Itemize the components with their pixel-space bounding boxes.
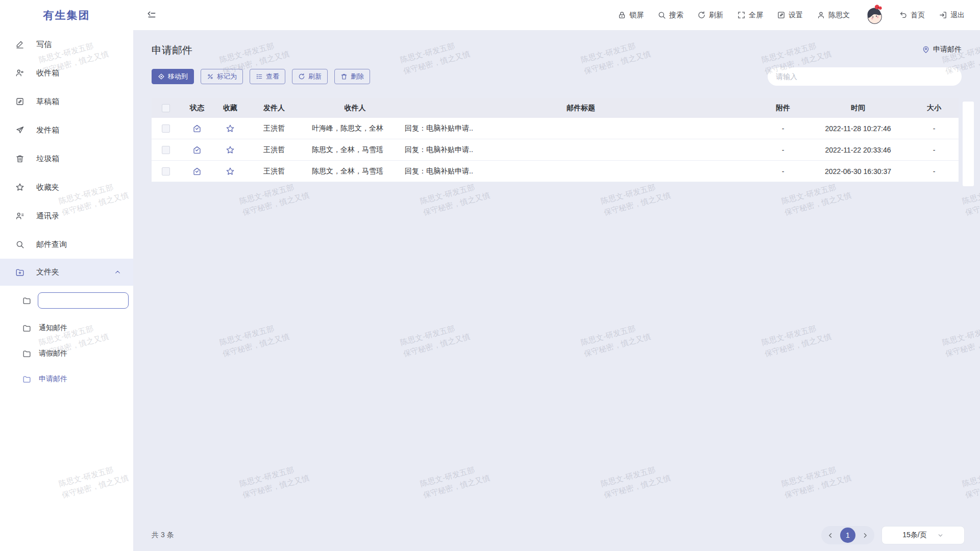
sidebar-item-drafts[interactable]: 草稿箱 — [0, 87, 133, 116]
cell-time: 2022-06-30 16:30:37 — [806, 167, 910, 176]
table-scrollbar-gutter[interactable] — [963, 102, 974, 186]
favorite-star-icon[interactable] — [214, 167, 247, 176]
search-icon — [15, 240, 24, 249]
column-sender: 发件人 — [247, 104, 308, 113]
breadcrumb: 申请邮件 — [922, 45, 962, 54]
refresh-list-button[interactable]: 刷新 — [292, 69, 328, 84]
pencil-icon — [15, 40, 24, 49]
folder-item-leave[interactable]: 请假邮件 — [0, 341, 133, 366]
sidebar-item-compose[interactable]: 写信 — [0, 30, 133, 59]
table-search-input[interactable] — [768, 67, 962, 86]
logout-button[interactable]: 退出 — [939, 11, 965, 20]
table-row[interactable]: 王洪哲 叶海峰，陈思文，全林 回复：电脑补贴申请.. - 2022-11-28 … — [152, 118, 959, 139]
sidebar-item-trash[interactable]: 垃圾箱 — [0, 144, 133, 173]
row-checkbox[interactable] — [162, 146, 170, 154]
exit-icon — [939, 11, 947, 19]
cell-attachment: - — [760, 167, 806, 176]
pagination: 1 — [821, 526, 874, 544]
sidebar-item-contacts[interactable]: 通讯录 — [0, 202, 133, 230]
cell-attachment: - — [760, 146, 806, 154]
list-icon — [256, 73, 263, 80]
home-button[interactable]: 首页 — [899, 11, 925, 20]
sidebar-item-sent[interactable]: 发件箱 — [0, 116, 133, 144]
lock-icon — [618, 11, 626, 19]
sidebar: 写信 收件箱 草稿箱 发件箱 垃圾箱 收藏夹 通讯录 邮件查询 文件夹 — [0, 30, 133, 551]
folder-icon — [22, 296, 31, 305]
cell-time: 2022-11-28 10:27:46 — [806, 124, 910, 133]
move-to-button[interactable]: 移动到 — [152, 69, 194, 84]
paper-plane-icon — [15, 126, 24, 135]
sidebar-item-inbox[interactable]: 收件箱 — [0, 59, 133, 87]
folder-plus-icon — [15, 268, 24, 277]
table-row[interactable]: 王洪哲 陈思文，全林，马雪瑶 回复：电脑补贴申请.. - 2022-11-22 … — [152, 139, 959, 161]
trash-icon — [15, 154, 24, 163]
user-avatar[interactable] — [862, 2, 888, 28]
column-attachment: 附件 — [760, 104, 806, 113]
brand-logo: 有生集团 — [0, 8, 133, 22]
trash-icon — [340, 73, 348, 80]
chevron-up-icon[interactable] — [114, 269, 121, 276]
search-button[interactable]: 搜索 — [657, 11, 683, 20]
favorite-star-icon[interactable] — [214, 145, 247, 155]
cell-time: 2022-11-22 20:33:46 — [806, 146, 910, 154]
chevron-down-icon — [937, 532, 944, 539]
sidebar-item-mail-search[interactable]: 邮件查询 — [0, 230, 133, 259]
cell-recipients: 陈思文，全林，马雪瑶 — [308, 145, 402, 155]
view-button[interactable]: 查看 — [250, 69, 285, 84]
fullscreen-button[interactable]: 全屏 — [737, 11, 763, 20]
edit-square-icon — [777, 11, 786, 19]
current-user-button[interactable]: 陈思文 — [817, 11, 850, 20]
page-size-select[interactable]: 15条/页 — [881, 526, 965, 544]
refresh-button[interactable]: 刷新 — [697, 11, 723, 20]
cell-subject[interactable]: 回复：电脑补贴申请.. — [402, 124, 760, 133]
column-subject: 邮件标题 — [402, 104, 760, 113]
lock-screen-button[interactable]: 锁屏 — [618, 11, 644, 20]
table-header-row: 状态 收藏 发件人 收件人 邮件标题 附件 时间 大小 — [152, 98, 959, 118]
mark-as-button[interactable]: 标记为 — [201, 69, 243, 84]
page-number-button[interactable]: 1 — [840, 528, 855, 543]
favorite-star-icon[interactable] — [214, 124, 247, 133]
header-actions: 锁屏 搜索 刷新 全屏 设置 陈思文 — [618, 5, 980, 26]
contacts-icon — [15, 211, 24, 220]
cell-size: - — [910, 146, 959, 154]
settings-button[interactable]: 设置 — [777, 11, 803, 20]
select-all-checkbox[interactable] — [162, 104, 170, 112]
folder-icon — [22, 349, 31, 358]
folder-item-apply[interactable]: 申请邮件 — [0, 366, 133, 392]
page-title: 申请邮件 — [152, 43, 192, 57]
refresh-icon — [298, 73, 305, 80]
column-favorite: 收藏 — [214, 104, 247, 113]
fullscreen-icon — [737, 11, 746, 19]
new-folder-input[interactable] — [38, 292, 129, 309]
sidebar-item-folders[interactable]: 文件夹 — [0, 259, 133, 286]
cell-subject[interactable]: 回复：电脑补贴申请.. — [402, 145, 760, 155]
cell-recipients: 叶海峰，陈思文，全林 — [308, 124, 402, 133]
next-page-button[interactable] — [862, 532, 868, 539]
delete-button[interactable]: 删除 — [334, 69, 370, 84]
person-icon — [817, 11, 825, 19]
cell-attachment: - — [760, 124, 806, 133]
mail-read-status-icon — [180, 124, 214, 133]
top-header: 有生集团 锁屏 搜索 刷新 全屏 设置 陈思文 — [0, 0, 980, 30]
sidebar-item-favorites[interactable]: 收藏夹 — [0, 173, 133, 202]
menu-fold-icon[interactable] — [146, 10, 157, 20]
folder-item-notice[interactable]: 通知邮件 — [0, 315, 133, 341]
mail-read-status-icon — [180, 167, 214, 176]
draft-icon — [15, 97, 24, 106]
cell-sender: 王洪哲 — [247, 167, 308, 176]
cell-sender: 王洪哲 — [247, 145, 308, 155]
prev-page-button[interactable] — [827, 532, 834, 539]
row-checkbox[interactable] — [162, 124, 170, 133]
percent-icon — [207, 73, 214, 80]
column-recipients: 收件人 — [308, 104, 402, 113]
table-body: 王洪哲 叶海峰，陈思文，全林 回复：电脑补贴申请.. - 2022-11-28 … — [152, 118, 959, 182]
row-checkbox[interactable] — [162, 167, 170, 176]
table-row[interactable]: 王洪哲 陈思文，全林，马雪瑶 回复：电脑补贴申请.. - 2022-06-30 … — [152, 161, 959, 182]
cell-sender: 王洪哲 — [247, 124, 308, 133]
cell-size: - — [910, 124, 959, 133]
folder-icon — [22, 375, 31, 384]
location-pin-icon — [922, 45, 930, 54]
cell-subject[interactable]: 回复：电脑补贴申请.. — [402, 167, 760, 176]
column-size: 大小 — [910, 104, 959, 113]
refresh-icon — [697, 11, 706, 19]
